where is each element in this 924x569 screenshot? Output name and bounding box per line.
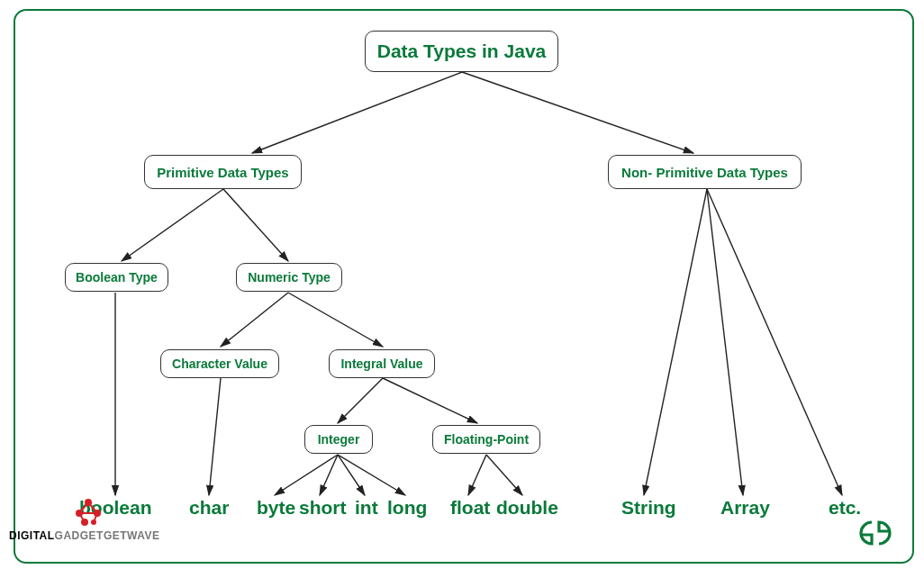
node-character-value-label: Character Value <box>172 357 267 371</box>
node-character-value: Character Value <box>160 349 279 378</box>
leaf-array: Array <box>720 497 770 519</box>
leaf-long: long <box>387 497 427 519</box>
leaf-byte: byte <box>257 497 295 519</box>
leaf-double: double <box>496 497 558 519</box>
node-root: Data Types in Java <box>365 31 558 72</box>
leaf-short: short <box>299 497 347 519</box>
node-integral-value-label: Integral Value <box>340 357 422 371</box>
node-integer-label: Integer <box>318 432 360 447</box>
node-numeric-type: Numeric Type <box>236 263 342 292</box>
node-numeric-type-label: Numeric Type <box>248 270 331 284</box>
node-boolean-type: Boolean Type <box>65 263 168 292</box>
watermark-brand2: GADGETGETWAVE <box>55 529 160 542</box>
node-floating-label: Floating-Point <box>444 432 529 447</box>
node-nonprimitive: Non- Primitive Data Types <box>608 155 802 189</box>
svg-line-24 <box>79 502 88 513</box>
node-root-label: Data Types in Java <box>377 41 547 62</box>
watermark-text: DIGITALGADGETGETWAVE <box>9 529 160 542</box>
node-integral-value: Integral Value <box>329 349 435 378</box>
svg-line-25 <box>88 502 97 513</box>
leaf-int: int <box>355 497 378 519</box>
network-icon <box>72 495 104 528</box>
node-floating: Floating-Point <box>432 425 540 454</box>
node-nonprimitive-label: Non- Primitive Data Types <box>621 165 788 180</box>
watermark-brand1: DIGITAL <box>9 529 55 542</box>
node-primitive-label: Primitive Data Types <box>157 165 288 180</box>
gfg-logo <box>848 517 902 553</box>
node-primitive: Primitive Data Types <box>144 155 302 189</box>
leaf-float: float <box>450 497 490 519</box>
leaf-char: char <box>189 497 229 519</box>
leaf-string: String <box>621 497 676 519</box>
node-integer: Integer <box>304 425 373 454</box>
leaf-etc: etc. <box>829 497 861 519</box>
node-boolean-type-label: Boolean Type <box>76 270 158 284</box>
